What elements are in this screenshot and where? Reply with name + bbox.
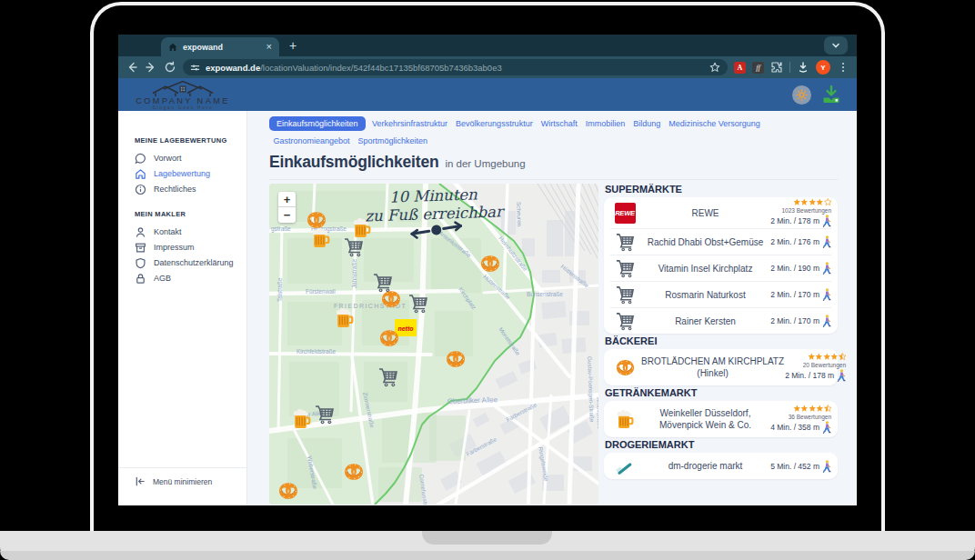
nav-tab-verkehrsinfrastruktur[interactable]: Verkehrsinfrastruktur — [368, 116, 452, 131]
pdf-extension-icon[interactable]: A — [734, 62, 746, 74]
nav-tab-einkaufsm-glichkeiten[interactable]: Einkaufsmöglichkeiten — [269, 116, 366, 131]
street-label: gstraße — [271, 225, 291, 233]
walking-person-icon — [822, 262, 831, 275]
reload-button[interactable] — [164, 61, 176, 74]
svg-text:COMPANY NAME: COMPANY NAME — [136, 96, 230, 105]
sidebar: MEINE LAGEBEWERTUNGVorwortLagebewertungR… — [118, 111, 247, 505]
poi-row[interactable]: Weinkeller Düsseldorf,Mövenpick Wein & C… — [610, 401, 831, 437]
poi-info: 2 Min. / 190 m — [771, 262, 831, 275]
sidebar-item-kontakt[interactable]: Kontakt — [135, 226, 246, 237]
star-filled-icon — [830, 353, 839, 361]
category-nav: EinkaufsmöglichkeitenVerkehrsinfrastrukt… — [269, 116, 783, 148]
sidebar-item-vorwort[interactable]: Vorwort — [135, 153, 246, 164]
nav-tab-bev-lkerungsstruktur[interactable]: Bevölkerungsstruktur — [452, 116, 538, 131]
poi-row[interactable]: dm-drogerie markt5 Min. / 452 m — [610, 453, 831, 479]
poi-row[interactable]: REWEREWE1023 Bewertungen2 Min. / 178 m — [610, 197, 831, 228]
street-label: Talstraße — [276, 277, 283, 302]
forward-button[interactable] — [145, 61, 157, 74]
app-header: COMPANY NAME Slogan Goes Here — [118, 78, 857, 111]
sidebar-item-label: Impressum — [154, 243, 195, 252]
nav-tab-gastronomieangebot[interactable]: Gastronomieangebot — [269, 134, 354, 148]
poi-info: 2 Min. / 170 m — [771, 315, 831, 327]
fonts-extension-icon[interactable]: ff — [752, 62, 764, 74]
browser-tab[interactable]: expowand × — [161, 37, 279, 56]
tab-title: expowand — [183, 43, 261, 52]
poi-distance: 4 Min. / 358 m — [770, 421, 831, 434]
star-empty-icon — [824, 198, 832, 206]
poi-row[interactable]: BROTLÄDCHEN AM KIRCHPLATZ(Hinkel)20 Bewe… — [610, 349, 831, 385]
poi-distance: 2 Min. / 176 m — [770, 235, 831, 248]
nav-tab-medizinische-versorgung[interactable]: Medizinische Versorgung — [665, 116, 765, 131]
tab-close-icon[interactable]: × — [266, 42, 272, 52]
poi-name: REWE — [639, 207, 771, 219]
poi-row[interactable]: Rachid Dhabi Obst+Gemüse2 Min. / 176 m — [610, 228, 831, 255]
sidebar-item-agb[interactable]: AGB — [135, 273, 246, 284]
browser-toolbar: expowand.de/locationValuation/index/542f… — [118, 56, 857, 78]
panel-section-title: SUPERMÄRKTE — [605, 184, 838, 195]
laptop-base-lip — [0, 551, 975, 560]
theme-toggle[interactable] — [792, 85, 811, 105]
poi-row[interactable]: Rainer Kersten2 Min. / 170 m — [610, 307, 831, 334]
cart-icon — [615, 258, 636, 279]
tab-favicon-house-icon — [168, 43, 177, 52]
downloads-button[interactable] — [797, 61, 809, 74]
sidebar-item-impressum[interactable]: Impressum — [135, 242, 246, 253]
map[interactable]: + − — [269, 184, 598, 505]
poi-info: 2 Min. / 176 m — [771, 235, 831, 248]
browser-profile-avatar[interactable]: Y — [816, 60, 830, 75]
sidebar-item-label: Rechtliches — [154, 185, 196, 194]
svg-text:Slogan Goes Here: Slogan Goes Here — [153, 105, 214, 110]
star-half-icon — [824, 405, 832, 413]
star-filled-icon — [793, 198, 801, 206]
svg-text:10 Minuten: 10 Minuten — [389, 185, 478, 205]
company-logo: COMPANY NAME Slogan Goes Here — [133, 79, 269, 110]
panel-section-title: BÄCKEREI — [605, 335, 838, 347]
poi-name: BROTLÄDCHEN AM KIRCHPLATZ(Hinkel) — [639, 355, 786, 379]
tab-search-button[interactable] — [824, 36, 848, 55]
nav-tab-immobilien[interactable]: Immobilien — [581, 116, 629, 131]
poi-row[interactable]: Rosmarin Naturkost2 Min. / 170 m — [610, 281, 831, 307]
panel-card: REWEREWE1023 Bewertungen2 Min. / 178 mRa… — [604, 197, 838, 334]
sidebar-item-datenschutzerkl-rung[interactable]: Datenschutzerklärung — [135, 257, 246, 268]
poi-row[interactable]: Vitamin Insel Kirchplatz2 Min. / 190 m — [610, 255, 831, 281]
pretzel-icon — [615, 357, 636, 378]
browser-menu-kebab-icon[interactable] — [837, 61, 849, 74]
report-download-icon[interactable] — [820, 84, 842, 105]
street-label: Jahnstraße — [351, 259, 357, 288]
star-rating — [808, 353, 847, 361]
sidebar-section-heading: MEIN MAKLER — [135, 210, 246, 218]
star-rating — [793, 405, 832, 413]
walking-person-icon — [822, 460, 831, 473]
poi-info: 36 Bewertungen4 Min. / 358 m — [771, 405, 831, 434]
browser-window: expowand × + expowand.de/locationValuati… — [118, 35, 857, 505]
star-filled-icon — [800, 405, 809, 413]
sidebar-item-rechtliches[interactable]: Rechtliches — [135, 184, 246, 195]
sidebar-minimize-button[interactable]: Menü minimieren — [118, 467, 246, 505]
address-bar[interactable]: expowand.de/locationValuation/index/542f… — [183, 59, 728, 75]
poi-name: Rachid Dhabi Obst+Gemüse — [639, 236, 771, 248]
rewe-logo: REWE — [615, 203, 636, 224]
poi-distance: 5 Min. / 452 m — [770, 460, 831, 473]
bookmark-star-icon[interactable] — [709, 62, 720, 73]
shield-icon — [135, 257, 146, 269]
star-filled-icon — [800, 198, 809, 206]
nav-tab-wirtschaft[interactable]: Wirtschaft — [537, 116, 581, 131]
site-settings-icon[interactable] — [190, 63, 200, 73]
walking-person-icon — [822, 235, 831, 248]
walking-person-icon — [822, 288, 831, 301]
nav-tab-sportm-glichkeiten[interactable]: Sportmöglichkeiten — [354, 134, 432, 148]
back-button[interactable] — [126, 61, 138, 74]
street-label: Scheuren — [516, 202, 523, 227]
netto-logo-marker[interactable]: netto — [395, 319, 417, 336]
zoom-out-button[interactable]: − — [278, 207, 296, 223]
zoom-in-button[interactable]: + — [278, 192, 296, 207]
svg-text:netto: netto — [397, 325, 414, 332]
sidebar-item-lagebewertung[interactable]: Lagebewertung — [135, 168, 246, 179]
sidebar-section-heading: MEINE LAGEBEWERTUNG — [135, 136, 246, 145]
nav-tab-bildung[interactable]: Bildung — [629, 116, 665, 131]
page-subtitle: in der Umgebung — [445, 158, 525, 169]
street-label: Oberbilker Allee — [447, 395, 498, 405]
new-tab-button[interactable]: + — [289, 38, 297, 53]
sun-icon — [796, 89, 808, 101]
extensions-puzzle-icon[interactable] — [770, 61, 783, 74]
